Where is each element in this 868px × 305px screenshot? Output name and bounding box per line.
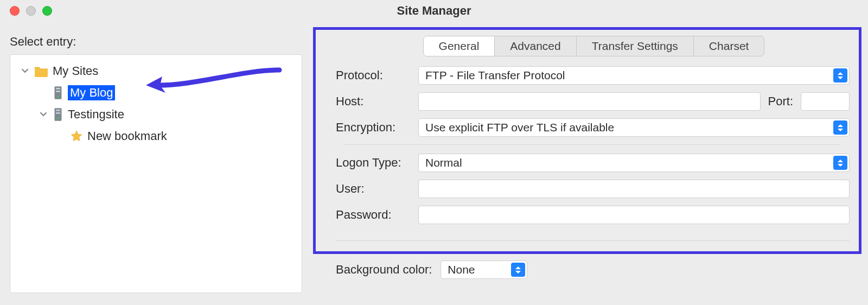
- svg-point-3: [57, 96, 59, 97]
- protocol-select[interactable]: FTP - File Transfer Protocol: [418, 66, 850, 85]
- star-icon: [70, 130, 83, 143]
- svg-point-7: [57, 117, 59, 119]
- tab-group: General Advanced Transfer Settings Chars…: [423, 36, 765, 56]
- logon-type-value: Normal: [425, 156, 462, 169]
- row-encryption: Encryption: Use explicit FTP over TLS if…: [336, 118, 850, 137]
- tab-general[interactable]: General: [424, 36, 495, 56]
- row-protocol: Protocol: FTP - File Transfer Protocol: [336, 66, 850, 85]
- encryption-value: Use explicit FTP over TLS if available: [425, 121, 614, 134]
- encryption-label: Encryption:: [336, 120, 418, 135]
- row-logon-type: Logon Type: Normal: [336, 154, 850, 172]
- row-user: User:: [336, 180, 850, 198]
- tab-charset[interactable]: Charset: [693, 36, 764, 56]
- svg-rect-6: [56, 112, 60, 114]
- encryption-select[interactable]: Use explicit FTP over TLS if available: [418, 118, 850, 137]
- background-color-value: None: [448, 263, 475, 276]
- row-background-color: Background color: None: [328, 260, 859, 279]
- svg-rect-2: [56, 91, 60, 92]
- tab-label: Charset: [709, 40, 749, 53]
- tree-row-new-bookmark[interactable]: New bookmark: [10, 125, 302, 147]
- tree-my-blog-label: My Blog: [68, 85, 115, 100]
- tree-testingsite-label: Testingsite: [68, 107, 124, 122]
- background-color-label: Background color:: [336, 263, 432, 277]
- user-input[interactable]: [418, 180, 850, 198]
- server-icon: [53, 107, 63, 122]
- password-input[interactable]: [418, 206, 850, 224]
- protocol-value: FTP - File Transfer Protocol: [425, 69, 565, 82]
- general-form: Protocol: FTP - File Transfer Protocol H…: [328, 66, 859, 224]
- tree-row-testingsite[interactable]: Testingsite: [10, 104, 302, 125]
- select-entry-heading: Select entry:: [10, 35, 302, 49]
- chevron-down-icon[interactable]: [39, 110, 48, 119]
- tree-row-root[interactable]: My Sites: [10, 60, 302, 82]
- port-input[interactable]: [801, 92, 850, 111]
- tree-new-bookmark-label: New bookmark: [87, 129, 167, 143]
- user-label: User:: [336, 182, 418, 196]
- separator: [343, 144, 840, 145]
- window-traffic-lights: [10, 6, 52, 16]
- left-pane: Select entry: My Sites: [0, 22, 312, 305]
- folder-icon: [34, 65, 48, 77]
- logon-type-select[interactable]: Normal: [418, 154, 850, 172]
- tree-row-my-blog[interactable]: My Blog: [10, 82, 302, 104]
- server-icon: [53, 86, 63, 100]
- tab-transfer-settings[interactable]: Transfer Settings: [576, 36, 693, 56]
- svg-rect-5: [56, 110, 60, 111]
- separator: [336, 240, 850, 241]
- tab-label: Transfer Settings: [592, 40, 678, 53]
- tab-label: General: [439, 40, 480, 53]
- titlebar: Site Manager: [0, 0, 868, 22]
- logon-type-label: Logon Type:: [336, 156, 418, 170]
- row-host: Host: Port:: [336, 92, 850, 111]
- select-stepper-icon: [833, 68, 847, 82]
- chevron-down-icon[interactable]: [20, 67, 30, 76]
- select-stepper-icon: [833, 156, 847, 170]
- row-password: Password:: [336, 206, 850, 224]
- host-label: Host:: [336, 94, 418, 109]
- tab-strip: General Advanced Transfer Settings Chars…: [328, 36, 859, 56]
- tab-advanced[interactable]: Advanced: [494, 36, 576, 56]
- password-label: Password:: [336, 208, 418, 222]
- host-input[interactable]: [418, 92, 761, 111]
- select-stepper-icon: [833, 120, 847, 135]
- select-stepper-icon: [511, 263, 525, 277]
- close-window-button[interactable]: [10, 6, 20, 16]
- tab-label: Advanced: [510, 40, 560, 53]
- port-label: Port:: [768, 94, 793, 109]
- zoom-window-button[interactable]: [42, 6, 52, 16]
- minimize-window-button[interactable]: [26, 6, 36, 16]
- protocol-label: Protocol:: [336, 68, 418, 82]
- site-tree[interactable]: My Sites My Blog: [10, 54, 302, 293]
- background-color-select[interactable]: None: [441, 260, 527, 279]
- svg-rect-1: [56, 88, 60, 90]
- window-title: Site Manager: [0, 4, 868, 18]
- right-pane: General Advanced Transfer Settings Chars…: [312, 22, 868, 305]
- tree-root-label: My Sites: [53, 64, 98, 78]
